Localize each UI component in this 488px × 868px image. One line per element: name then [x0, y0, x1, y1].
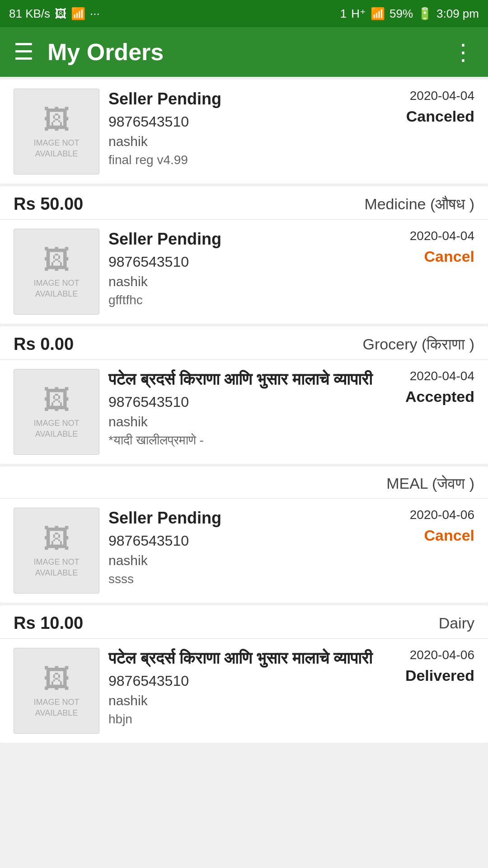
- time-label: 3:09 pm: [436, 7, 479, 21]
- order-header-5: Rs 10.00 Dairy: [0, 605, 488, 639]
- order-header-2: Rs 50.00 Medicine (औषध ): [0, 186, 488, 220]
- notification-badge: 1: [340, 7, 347, 21]
- app-bar: ☰ My Orders ⋮: [0, 27, 488, 77]
- seller-name-2: Seller Pending: [108, 229, 393, 250]
- page-title: My Orders: [47, 38, 452, 66]
- order-category-2: Medicine (औषध ): [364, 195, 474, 213]
- more-options-icon[interactable]: ⋮: [452, 39, 474, 65]
- signal-icon: H⁺: [351, 7, 366, 21]
- order-date-2: 2020-04-04: [410, 229, 474, 243]
- seller-name-5: पटेल ब्रदर्स किराणा आणि भुसार मालाचे व्य…: [108, 648, 393, 669]
- image-not-available-2: IMAGE NOT AVAILABLE: [14, 278, 99, 299]
- order-actions-5: 2020-04-06 Delivered: [402, 648, 474, 684]
- network-icon: 📶: [371, 7, 385, 21]
- order-card-3: Rs 0.00 Grocery (किराणा ) 🖼 IMAGE NOT AV…: [0, 326, 488, 464]
- status-delivered-5: Delivered: [405, 667, 474, 684]
- cancel-button-4[interactable]: Cancel: [424, 527, 475, 544]
- order-card-1: 🖼 IMAGE NOT AVAILABLE Seller Pending 987…: [0, 80, 488, 184]
- order-date-5: 2020-04-06: [410, 648, 474, 662]
- city-3: nashik: [108, 414, 393, 429]
- order-price-2: Rs 50.00: [14, 194, 83, 214]
- image-placeholder-icon-2: 🖼: [43, 244, 70, 275]
- phone-3: 9876543510: [108, 394, 393, 410]
- order-body-5: 🖼 IMAGE NOT AVAILABLE पटेल ब्रदर्स किराण…: [0, 639, 488, 743]
- order-actions-4: 2020-04-06 Cancel: [402, 508, 474, 544]
- order-date-4: 2020-04-06: [410, 508, 474, 522]
- phone-5: 9876543510: [108, 673, 393, 689]
- more-dots: ···: [90, 7, 100, 21]
- note-2: gfftfhc: [108, 293, 393, 307]
- note-3: *यादी खालीलप्रमाणे -: [108, 433, 393, 448]
- note-1: final reg v4.99: [108, 153, 393, 167]
- product-image-3: 🖼 IMAGE NOT AVAILABLE: [14, 369, 99, 455]
- image-placeholder-icon-5: 🖼: [43, 663, 70, 694]
- order-info-1: Seller Pending 9876543510 nashik final r…: [108, 89, 393, 167]
- city-1: nashik: [108, 134, 393, 149]
- order-actions-3: 2020-04-04 Accepted: [402, 369, 474, 406]
- product-image-1: 🖼 IMAGE NOT AVAILABLE: [14, 89, 99, 175]
- note-5: hbjn: [108, 712, 393, 726]
- image-not-available-1: IMAGE NOT AVAILABLE: [14, 138, 99, 159]
- order-card-4: MEAL (जेवण ) 🖼 IMAGE NOT AVAILABLE Selle…: [0, 467, 488, 603]
- order-card-2: Rs 50.00 Medicine (औषध ) 🖼 IMAGE NOT AVA…: [0, 186, 488, 324]
- order-header-4: MEAL (जेवण ): [0, 467, 488, 499]
- cancel-button-2[interactable]: Cancel: [424, 248, 475, 265]
- order-price-3: Rs 0.00: [14, 335, 74, 354]
- order-info-4: Seller Pending 9876543510 nashik ssss: [108, 508, 393, 586]
- order-date-1: 2020-04-04: [410, 89, 474, 103]
- status-canceled-1: Canceled: [406, 108, 474, 125]
- order-actions-1: 2020-04-04 Canceled: [402, 89, 474, 125]
- note-4: ssss: [108, 572, 393, 586]
- order-body-2: 🖼 IMAGE NOT AVAILABLE Seller Pending 987…: [0, 220, 488, 324]
- city-2: nashik: [108, 274, 393, 289]
- order-date-3: 2020-04-04: [410, 369, 474, 383]
- status-right: 1 H⁺ 📶 59% 🔋 3:09 pm: [340, 7, 479, 21]
- phone-2: 9876543510: [108, 254, 393, 270]
- battery-label: 59%: [389, 7, 413, 21]
- hamburger-menu[interactable]: ☰: [14, 39, 34, 65]
- seller-name-4: Seller Pending: [108, 508, 393, 529]
- order-info-5: पटेल ब्रदर्स किराणा आणि भुसार मालाचे व्य…: [108, 648, 393, 726]
- seller-name-1: Seller Pending: [108, 89, 393, 110]
- speed-indicator: 81 KB/s: [9, 7, 50, 21]
- city-5: nashik: [108, 693, 393, 708]
- order-actions-2: 2020-04-04 Cancel: [402, 229, 474, 265]
- order-body-4: 🖼 IMAGE NOT AVAILABLE Seller Pending 987…: [0, 499, 488, 603]
- order-category-3: Grocery (किराणा ): [363, 335, 474, 354]
- image-placeholder-icon-1: 🖼: [43, 104, 70, 135]
- image-not-available-5: IMAGE NOT AVAILABLE: [14, 697, 99, 718]
- status-bar: 81 KB/s 🖼 📶 ··· 1 H⁺ 📶 59% 🔋 3:09 pm: [0, 0, 488, 27]
- product-image-2: 🖼 IMAGE NOT AVAILABLE: [14, 229, 99, 315]
- city-4: nashik: [108, 553, 393, 568]
- battery-icon: 🔋: [418, 7, 432, 21]
- order-category-4: MEAL (जेवण ): [386, 475, 474, 493]
- order-body-3: 🖼 IMAGE NOT AVAILABLE पटेल ब्रदर्स किराण…: [0, 360, 488, 464]
- status-accepted-3: Accepted: [405, 388, 474, 406]
- order-category-5: Dairy: [439, 614, 474, 632]
- order-info-2: Seller Pending 9876543510 nashik gfftfhc: [108, 229, 393, 307]
- order-header-3: Rs 0.00 Grocery (किराणा ): [0, 326, 488, 360]
- image-not-available-3: IMAGE NOT AVAILABLE: [14, 418, 99, 439]
- order-body-1: 🖼 IMAGE NOT AVAILABLE Seller Pending 987…: [0, 80, 488, 184]
- image-placeholder-icon-4: 🖼: [43, 523, 70, 554]
- seller-name-3: पटेल ब्रदर्स किराणा आणि भुसार मालाचे व्य…: [108, 369, 393, 390]
- phone-4: 9876543510: [108, 533, 393, 549]
- order-card-5: Rs 10.00 Dairy 🖼 IMAGE NOT AVAILABLE पटे…: [0, 605, 488, 743]
- product-image-4: 🖼 IMAGE NOT AVAILABLE: [14, 508, 99, 594]
- phone-1: 9876543510: [108, 113, 393, 130]
- order-info-3: पटेल ब्रदर्स किराणा आणि भुसार मालाचे व्य…: [108, 369, 393, 448]
- product-image-5: 🖼 IMAGE NOT AVAILABLE: [14, 648, 99, 734]
- image-placeholder-icon-3: 🖼: [43, 384, 70, 415]
- image-icon: 🖼: [55, 7, 66, 21]
- order-price-5: Rs 10.00: [14, 613, 83, 633]
- wifi-icon: 📶: [71, 7, 85, 21]
- image-not-available-4: IMAGE NOT AVAILABLE: [14, 557, 99, 578]
- status-left: 81 KB/s 🖼 📶 ···: [9, 7, 100, 21]
